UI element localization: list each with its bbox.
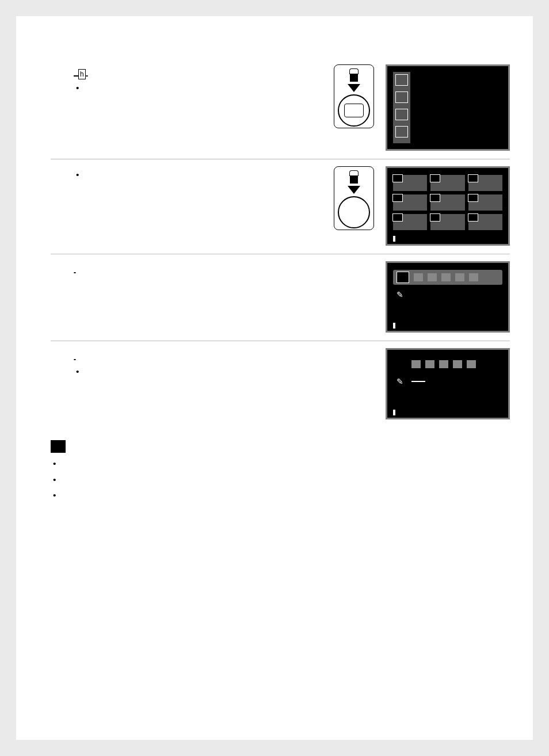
folder-cell — [468, 175, 502, 191]
step-3-text — [74, 261, 386, 276]
color-swatch — [414, 273, 423, 281]
lcd-choose-icon: ✎ — [386, 348, 510, 419]
lcd-folder-grid — [386, 166, 510, 246]
folder-cell — [393, 194, 427, 211]
step-2 — [51, 159, 510, 254]
folder-cell — [393, 175, 427, 191]
folder-cell — [430, 214, 464, 230]
color-swatch — [441, 273, 451, 281]
manual-page: h — [16, 16, 533, 740]
step-2-note — [74, 170, 328, 180]
step-1-note — [74, 83, 328, 93]
icon-option: ✎ — [393, 377, 407, 386]
color-swatch — [467, 360, 476, 368]
play-icon — [74, 75, 78, 77]
step-4: ✎ — [51, 341, 510, 427]
favorites-mode-icon: h — [78, 69, 86, 79]
lcd-footer — [393, 235, 502, 242]
menu-slot-date — [395, 126, 408, 138]
lcd-footer — [393, 322, 502, 329]
note-bullet-list — [51, 457, 510, 502]
ok-icon — [74, 272, 76, 273]
folder-cell — [468, 194, 502, 211]
step-4-text — [74, 348, 386, 363]
icon-option-selected — [411, 381, 425, 382]
step-number — [51, 166, 74, 246]
folder-cell — [393, 214, 427, 230]
ok-icon — [86, 75, 88, 77]
note-heading-row — [51, 440, 510, 453]
step-1: h — [51, 58, 510, 159]
camera-menu-diagram — [328, 166, 380, 230]
color-swatch — [411, 360, 421, 368]
step-number — [51, 261, 74, 333]
step-3: ✎ — [51, 254, 510, 341]
note-bullet — [51, 474, 510, 486]
color-swatch — [453, 360, 462, 368]
menu-slot-play — [395, 74, 408, 86]
icon-option: ✎ — [393, 290, 407, 299]
note-bullet — [51, 489, 510, 502]
step-1-text: h — [74, 64, 328, 79]
color-swatch — [469, 273, 478, 281]
menu-slot-fav — [395, 91, 408, 103]
check-icon — [51, 440, 66, 453]
color-swatch — [439, 360, 448, 368]
lcd-footer — [393, 408, 502, 415]
menu-slot-auto — [395, 109, 408, 120]
lcd-choose-icon-color: ✎ — [386, 261, 510, 333]
folder-cell — [430, 194, 464, 211]
lcd-playback-menu — [386, 64, 510, 151]
step-4-note — [74, 366, 386, 377]
ok-icon — [74, 359, 76, 360]
folder-cell — [430, 175, 464, 191]
step-number — [51, 348, 74, 419]
color-swatch — [428, 273, 437, 281]
down-arrow-icon — [348, 84, 360, 92]
step-number — [51, 64, 74, 151]
color-swatch — [425, 360, 434, 368]
camera-button-diagram — [328, 64, 380, 128]
down-arrow-icon — [348, 186, 360, 194]
note-bullet — [51, 457, 510, 470]
folder-cell — [468, 214, 502, 230]
color-swatch — [455, 273, 464, 281]
color-cursor-icon — [396, 272, 409, 283]
lcd-label-favorite-pictures — [420, 83, 431, 88]
